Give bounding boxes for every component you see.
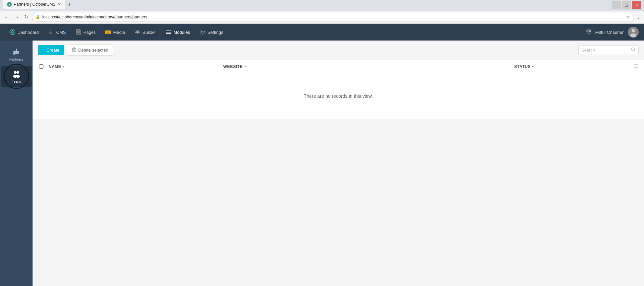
nav-media-label: Media: [113, 30, 125, 35]
bookmark-icon[interactable]: ☆: [626, 14, 630, 20]
secure-icon: 🔒: [36, 15, 40, 19]
active-tab[interactable]: ● Partners | OctoberCMS ✕: [3, 0, 65, 9]
nav-item-cms[interactable]: A CMS: [44, 27, 70, 37]
nav-settings-label: Settings: [207, 30, 223, 35]
svg-point-25: [630, 33, 636, 38]
table-header: NAME ▾ WEBSITE ▾ STATUS ▾: [33, 60, 644, 73]
cms-icon: A: [48, 29, 54, 35]
nav-cms-label: CMS: [56, 30, 66, 35]
column-status[interactable]: STATUS ▾: [514, 64, 631, 69]
svg-line-36: [634, 51, 636, 52]
browser-menu-button[interactable]: ⋮: [636, 14, 641, 20]
search-icon: [631, 47, 636, 53]
maximize-button[interactable]: ❐: [622, 1, 631, 9]
svg-point-35: [632, 48, 635, 51]
nav-item-media[interactable]: Media: [101, 27, 129, 37]
media-icon: [105, 29, 111, 35]
svg-rect-30: [72, 49, 76, 52]
back-button[interactable]: ←: [3, 13, 11, 21]
empty-message-text: There are no records in this view.: [304, 93, 373, 99]
delete-selected-button[interactable]: Delete selected: [67, 45, 113, 56]
column-status-label: STATUS: [514, 64, 531, 69]
nav-pages-label: Pages: [84, 30, 96, 35]
app-nav: Dashboard A CMS Pages Media Builder: [0, 24, 644, 41]
browser-tabs: ● Partners | OctoberCMS ✕ +: [3, 2, 74, 9]
nav-left: Dashboard A CMS Pages Media Builder: [5, 27, 227, 37]
nav-item-modules[interactable]: Modules: [161, 27, 194, 37]
column-name-label: NAME: [49, 64, 61, 69]
settings-icon: [199, 29, 205, 35]
sidebar-team-label: Team: [12, 79, 21, 83]
nav-avatar[interactable]: [628, 27, 639, 38]
sidebar-partners-label: Partners: [9, 57, 23, 61]
new-tab-button[interactable]: +: [65, 0, 74, 9]
svg-point-1: [11, 31, 14, 33]
nav-builder-label: Builder: [143, 30, 156, 35]
close-button[interactable]: ✕: [632, 1, 641, 9]
nav-item-settings[interactable]: Settings: [195, 27, 227, 37]
delete-selected-label: Delete selected: [78, 48, 108, 53]
app-layout: Partners Team + Create De: [0, 41, 644, 286]
svg-point-29: [16, 75, 20, 78]
data-table: NAME ▾ WEBSITE ▾ STATUS ▾ There are no r…: [33, 60, 644, 119]
svg-point-26: [14, 71, 16, 74]
dashboard-icon: [9, 29, 15, 35]
select-all-checkbox[interactable]: [38, 64, 45, 69]
column-website[interactable]: WEBSITE ▾: [223, 64, 515, 69]
nav-username: Mittul Chauhan: [595, 30, 625, 35]
window-controls: – ❐ ✕: [612, 1, 641, 9]
nav-item-builder[interactable]: Builder: [130, 27, 160, 37]
nav-item-pages[interactable]: Pages: [71, 27, 100, 37]
website-sort-icon: ▾: [244, 65, 246, 68]
browser-titlebar: ● Partners | OctoberCMS ✕ + – ❐ ✕: [0, 0, 644, 11]
main-content: + Create Delete selected: [33, 41, 644, 286]
svg-point-22: [588, 30, 590, 32]
toolbar: + Create Delete selected: [33, 41, 644, 60]
address-field[interactable]: 🔒 localhost/octobercms/admin/technobrave…: [32, 13, 634, 21]
sidebar-item-team[interactable]: Team: [1, 66, 32, 87]
address-bar: ← → ↻ 🔒 localhost/octobercms/admin/techn…: [0, 11, 644, 23]
browser-chrome: ● Partners | OctoberCMS ✕ + – ❐ ✕ ← → ↻ …: [0, 0, 644, 24]
builder-icon: [135, 29, 141, 35]
url-text: localhost/octobercms/admin/technobrave/p…: [42, 15, 624, 19]
search-input[interactable]: [581, 48, 629, 53]
status-sort-icon: ▾: [532, 65, 534, 68]
svg-point-21: [200, 30, 205, 34]
sidebar-item-partners[interactable]: Partners: [1, 44, 32, 65]
column-website-label: WEBSITE: [223, 64, 243, 69]
nav-modules-label: Modules: [173, 30, 190, 35]
nav-right: Mittul Chauhan: [585, 27, 639, 38]
column-name[interactable]: NAME ▾: [49, 64, 223, 69]
reload-button[interactable]: ↻: [23, 13, 30, 21]
svg-point-20: [201, 31, 203, 33]
location-icon: [585, 28, 592, 37]
thumbs-up-icon: [12, 47, 21, 56]
search-container: [578, 45, 639, 55]
modules-icon: [165, 29, 171, 35]
column-actions-icon[interactable]: [633, 63, 639, 70]
svg-point-24: [632, 29, 635, 32]
search-box[interactable]: [578, 45, 639, 55]
minimize-button[interactable]: –: [612, 1, 621, 9]
nav-dashboard-label: Dashboard: [17, 30, 39, 35]
svg-text:A: A: [49, 30, 52, 35]
delete-icon: [72, 47, 76, 53]
tab-close-button[interactable]: ✕: [58, 2, 61, 7]
nav-item-dashboard[interactable]: Dashboard: [5, 27, 43, 37]
forward-button[interactable]: →: [13, 13, 21, 21]
pages-icon: [75, 29, 82, 35]
sidebar: Partners Team: [0, 41, 33, 286]
name-sort-icon: ▾: [62, 65, 64, 68]
svg-point-27: [16, 71, 19, 74]
create-button[interactable]: + Create: [38, 45, 64, 55]
tab-title: Partners | OctoberCMS: [14, 2, 56, 7]
tab-favicon: ●: [7, 2, 12, 7]
team-icon: [12, 69, 21, 78]
empty-state: There are no records in this view.: [33, 73, 644, 119]
